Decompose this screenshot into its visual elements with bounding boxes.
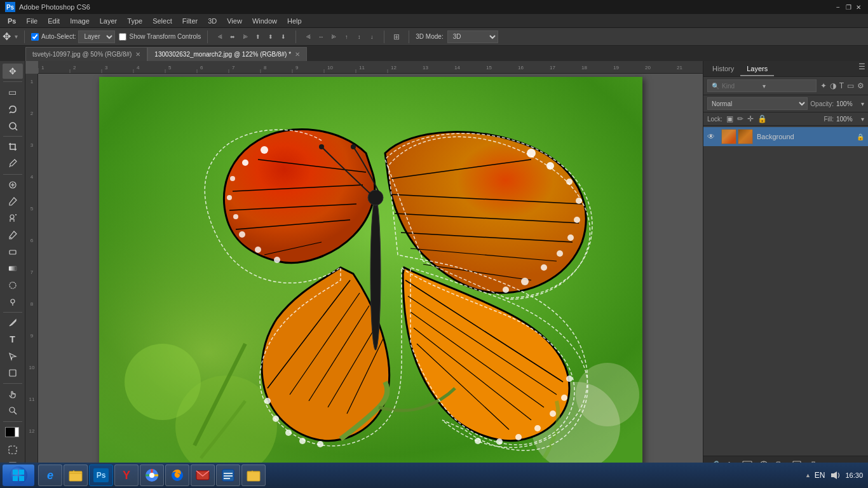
right-panel: History Layers ☰ 🔍 ▾ ✦ ◑ T ▭ ⚙ Normal Di… [703,61,868,474]
eyedropper-tool[interactable] [3,156,23,171]
dist-right-icon[interactable]: ⫸ [328,31,339,43]
tab-1[interactable]: 1300302632_monarch2.jpg @ 122% (RGB/8#) … [147,47,307,61]
path-select-tool[interactable] [3,349,23,364]
fill-value: 100% [836,116,858,123]
history-brush-tool[interactable] [3,227,23,242]
align-top-icon[interactable]: ⬆ [252,31,264,43]
svg-point-100 [534,425,541,431]
volume-icon[interactable] [829,469,841,482]
svg-point-9 [10,237,11,238]
menu-select[interactable]: Select [147,16,177,26]
type-tool[interactable]: T [3,332,23,347]
taskbar-email[interactable] [191,464,215,486]
tab-0-close[interactable]: ✕ [135,51,140,58]
taskbar-firefox[interactable] [165,464,189,486]
shape-tool[interactable] [3,365,23,381]
taskbar-photoshop[interactable]: Ps [89,464,113,486]
menu-filter[interactable]: Filter [177,16,203,26]
filter-adjustment-icon[interactable]: ◑ [830,81,836,90]
tab-1-close[interactable]: ✕ [295,51,300,58]
menu-file[interactable]: File [21,16,43,26]
align-center-v-icon[interactable]: ⬍ [265,31,276,43]
fill-dropdown-icon[interactable]: ▾ [861,116,864,123]
layer-item-background[interactable]: 👁 Background 🔒 [703,127,868,146]
blur-tool[interactable] [3,277,23,292]
clone-tool[interactable] [3,210,23,226]
lasso-tool[interactable] [3,102,23,117]
heal-tool[interactable] [3,177,23,193]
brush-tool[interactable] [3,194,23,209]
restore-button[interactable]: ❐ [844,3,853,11]
lock-image-icon[interactable]: ✏ [737,114,743,123]
dist-left-icon[interactable]: ⫷ [302,31,314,43]
menu-image[interactable]: Image [65,16,95,26]
menu-help[interactable]: Help [282,16,307,26]
layer-visibility-icon[interactable]: 👁 [707,132,717,141]
gradient-tool[interactable] [3,261,23,276]
align-bottom-icon[interactable]: ⬇ [278,31,289,43]
eraser-tool[interactable] [3,244,23,259]
layers-tab[interactable]: Layers [740,62,774,76]
3d-mode-dropdown[interactable]: 3D [447,30,498,43]
filter-shape-icon[interactable]: ▭ [847,81,854,90]
windows-start-button[interactable] [3,464,34,486]
filter-pixel-icon[interactable]: ✦ [820,81,827,90]
filter-smart-icon[interactable]: ⚙ [857,81,864,90]
move-tool[interactable]: ✥ [3,64,23,79]
opacity-dropdown-icon[interactable]: ▾ [861,100,864,107]
taskbar-ie[interactable]: e [38,464,62,486]
dist-h-icon[interactable]: ↔ [315,31,327,43]
menu-view[interactable]: View [222,16,247,26]
taskbar-file-manager[interactable] [241,464,266,486]
hand-tool[interactable] [3,386,23,402]
dist-v-icon[interactable]: ↕ [353,31,365,43]
layers-search-input[interactable] [722,83,760,90]
menu-ps[interactable]: Ps [3,16,21,26]
menu-3d[interactable]: 3D [203,16,222,26]
move-tool-icon[interactable]: ✥ [3,30,11,43]
menu-type[interactable]: Type [122,16,147,26]
dist-bottom-icon[interactable]: ↓ [366,31,377,43]
taskbar-chrome[interactable] [140,464,164,486]
history-tab[interactable]: History [706,62,740,76]
lock-all-icon[interactable]: 🔒 [757,114,767,123]
crop-tool[interactable] [3,139,23,154]
marquee-tool[interactable]: ▭ [3,85,23,100]
minimize-button[interactable]: − [834,3,843,11]
canvas-container[interactable] [38,74,703,474]
dodge-tool[interactable] [3,294,23,309]
auto-select-dropdown[interactable]: Layer Group [78,30,115,43]
tab-0[interactable]: tsvetyi-10997.jpg @ 50% (RGB/8#) ✕ [25,47,147,61]
align-center-h-icon[interactable]: ⬌ [227,31,238,43]
taskbar-tasks[interactable] [216,464,240,486]
menu-layer[interactable]: Layer [95,16,123,26]
taskbar-explorer[interactable] [64,464,88,486]
windows-logo [10,466,27,484]
lock-pixels-icon[interactable]: ▣ [726,114,733,123]
close-button[interactable]: ✕ [854,3,863,11]
lock-position-icon[interactable]: ✛ [747,114,754,123]
layers-search-box[interactable]: 🔍 ▾ [707,79,817,92]
align-right-icon[interactable]: ⫸ [240,31,251,43]
color-picker[interactable] [3,424,23,441]
blend-mode-select[interactable]: Normal Dissolve Multiply Screen Overlay [707,97,808,110]
auto-select-checkbox[interactable] [31,33,39,41]
menu-window[interactable]: Window [247,16,282,26]
svg-text:7: 7 [31,269,34,275]
taskbar-antivirus[interactable]: Y [114,464,139,486]
panel-filter-options: 🔍 ▾ ✦ ◑ T ▭ ⚙ [703,77,868,95]
filter-type-icon[interactable]: T [839,81,844,90]
quick-select-tool[interactable] [3,118,23,133]
show-transform-checkbox[interactable] [119,33,126,41]
canvas-area[interactable]: 1 2 3 4 5 6 7 8 9 10 11 12 13 14 15 16 1… [25,61,703,474]
zoom-tool[interactable] [3,403,23,418]
dist-top-icon[interactable]: ↑ [341,31,352,43]
arrange-icon[interactable]: ⊞ [391,31,402,43]
panel-menu-icon[interactable]: ☰ [858,62,865,76]
pen-tool[interactable] [3,315,23,330]
quick-mask-btn[interactable] [3,442,23,458]
canvas[interactable] [99,77,642,471]
search-dropdown-arrow[interactable]: ▾ [763,83,766,90]
align-left-icon[interactable]: ⫷ [214,31,226,43]
menu-edit[interactable]: Edit [43,16,65,26]
